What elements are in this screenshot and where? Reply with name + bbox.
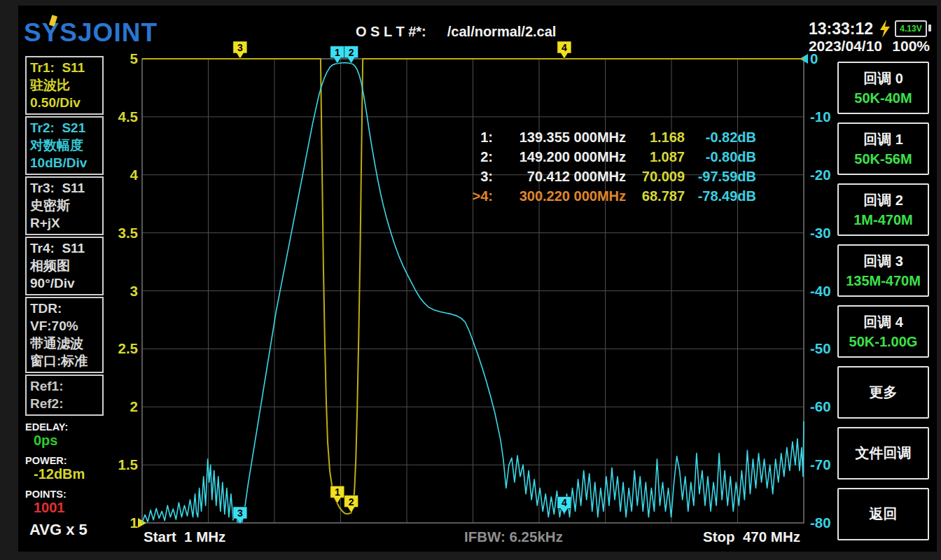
clock-time: 13:33:12 xyxy=(758,20,873,38)
marker-frequency: 139.355 000MHz xyxy=(493,130,626,146)
left-axis-tick: 5 xyxy=(103,50,138,67)
left-axis-tick: 3 xyxy=(103,283,138,300)
sidebar-box-trace1[interactable]: Tr1: S11驻波比0.50/Div xyxy=(25,56,104,115)
button-label: 文件回调 xyxy=(856,444,912,463)
sidebar-line: R+jX xyxy=(30,214,102,232)
marker-db-value: -78.49dB xyxy=(685,188,756,204)
marker-id: 2: xyxy=(456,149,493,165)
ifbw-label: IFBW: 6.25kHz xyxy=(464,528,563,545)
sidebar-line: 90°/Div xyxy=(30,274,102,292)
marker-row-3: 3:70.412 000MHz70.009-97.59dB xyxy=(456,167,756,187)
marker-row-2: 2:149.200 000MHz1.087-0.80dB xyxy=(456,148,756,167)
sidebar-box-trace4[interactable]: Tr4: S11相频图90°/Div xyxy=(25,237,104,295)
sweep-start-label: Start 1 MHz xyxy=(144,528,225,545)
button-range-label: 50K-1.00G xyxy=(849,334,918,350)
sidebar-box-ref[interactable]: Ref1:Ref2: xyxy=(25,374,104,416)
panel-button-2[interactable]: 回调 21M-470M xyxy=(837,183,929,236)
button-label: 返回 xyxy=(870,505,898,524)
button-label: 更多 xyxy=(870,383,898,402)
button-range-label: 50K-40M xyxy=(854,90,912,106)
screen-background xyxy=(18,6,937,552)
sidebar-box-trace3[interactable]: Tr3: S11史密斯R+jX xyxy=(25,176,104,235)
marker-frequency: 300.220 000MHz xyxy=(493,188,626,204)
battery-voltage: 4.13V xyxy=(900,24,921,34)
left-axis-tick: 3.5 xyxy=(103,225,138,241)
panel-button-1[interactable]: 回调 150K-56M xyxy=(837,122,929,175)
marker-row-1: 1:139.355 000MHz1.168-0.82dB xyxy=(456,128,756,148)
marker-id: >4: xyxy=(456,188,493,204)
sidebar-line: Tr3: S11 xyxy=(30,179,102,197)
sidebar-line: 史密斯 xyxy=(30,197,102,214)
left-axis-tick: 4.5 xyxy=(103,108,138,125)
button-label: 回调 1 xyxy=(863,130,903,149)
button-label: 回调 4 xyxy=(863,313,903,332)
panel-button-3[interactable]: 回调 3135M-470M xyxy=(837,244,929,297)
marker-db-value: -97.59dB xyxy=(685,169,756,185)
sidebar-line: Ref1: xyxy=(30,377,102,395)
sidebar-line: Tr1: S11 xyxy=(30,59,102,76)
panel-button-4[interactable]: 回调 450K-1.00G xyxy=(837,305,929,358)
cal-file-path: /cal/normal/2.cal xyxy=(447,24,557,40)
vna-screen: SYSJOINT O S L T #*: /cal/normal/2.cal 1… xyxy=(0,0,941,560)
battery-percent: 100% xyxy=(891,38,930,55)
calibration-status: O S L T #*: /cal/normal/2.cal xyxy=(356,24,556,40)
panel-button-7[interactable]: 返回 xyxy=(837,488,929,540)
marker-db-value: -0.82dB xyxy=(685,130,756,146)
left-axis-tick: 2 xyxy=(103,398,138,415)
marker-row-4: >4:300.220 000MHz68.787-78.49dB xyxy=(456,186,756,206)
marker-swr-value: 1.087 xyxy=(626,149,685,165)
button-label: 回调 2 xyxy=(863,191,903,210)
average-count: AVG x 5 xyxy=(29,521,88,539)
marker-id: 1: xyxy=(456,130,493,146)
sidebar-line: Ref2: xyxy=(30,395,102,412)
trace-settings-sidebar: Tr1: S11驻波比0.50/DivTr2: S21对数幅度10dB/DivT… xyxy=(25,56,104,417)
sidebar-line: 驻波比 xyxy=(30,76,102,94)
marker-id: 3: xyxy=(456,169,493,185)
button-label: 回调 3 xyxy=(863,252,903,271)
sidebar-box-tdr[interactable]: TDR:VF:70%带通滤波窗口:标准 xyxy=(25,297,104,373)
sweep-stop-label: Stop 470 MHz xyxy=(660,528,800,545)
marker-frequency: 70.412 000MHz xyxy=(493,169,626,185)
field-label: EDELAY: xyxy=(25,421,123,433)
sidebar-box-trace2[interactable]: Tr2: S21对数幅度10dB/Div xyxy=(25,116,104,175)
charging-bolt-icon xyxy=(879,20,891,38)
sidebar-line: Tr4: S11 xyxy=(30,239,102,257)
panel-button-0[interactable]: 回调 050K-40M xyxy=(837,62,929,114)
marker-readout-table: 1:139.355 000MHz1.168-0.82dB2:149.200 00… xyxy=(456,128,756,206)
field-value: 0ps xyxy=(25,433,123,448)
cal-flags-label: O S L T #*: xyxy=(356,24,426,40)
battery-nub xyxy=(928,24,931,31)
left-axis-tick: 1.5 xyxy=(103,456,138,473)
sidebar-line: 窗口:标准 xyxy=(30,352,102,370)
sidebar-line: TDR: xyxy=(30,300,102,317)
marker-db-value: -0.80dB xyxy=(685,149,756,165)
marker-swr-value: 70.009 xyxy=(626,169,685,185)
recall-button-panel: 回调 050K-40M回调 150K-56M回调 21M-470M回调 3135… xyxy=(837,62,929,549)
sidebar-line: 对数幅度 xyxy=(30,136,102,154)
battery-icon: 4.13V xyxy=(895,20,927,37)
panel-button-5[interactable]: 更多 xyxy=(837,366,929,419)
button-label: 回调 0 xyxy=(863,69,903,88)
marker-frequency: 149.200 000MHz xyxy=(493,149,626,165)
sidebar-line: 10dB/Div xyxy=(30,154,102,172)
sidebar-line: VF:70% xyxy=(30,317,102,335)
sidebar-line: Tr2: S21 xyxy=(30,119,102,136)
sidebar-line: 相频图 xyxy=(30,257,102,274)
button-range-label: 1M-470M xyxy=(853,212,912,228)
sidebar-line: 带通滤波 xyxy=(30,335,102,352)
field-label: POINTS: xyxy=(25,489,123,500)
brand-logo: SYSJOINT xyxy=(24,18,158,48)
marker-swr-value: 1.168 xyxy=(626,130,685,146)
button-range-label: 135M-470M xyxy=(846,273,921,289)
left-axis-tick: 2.5 xyxy=(103,340,138,357)
panel-button-6[interactable]: 文件回调 xyxy=(837,427,929,479)
marker-swr-value: 68.787 xyxy=(626,188,685,204)
field-value: 1001 xyxy=(25,500,123,515)
sidebar-line: 0.50/Div xyxy=(30,94,102,111)
left-axis-tick: 1 xyxy=(103,514,138,531)
left-axis-tick: 4 xyxy=(103,167,138,183)
button-range-label: 50K-56M xyxy=(854,151,912,167)
